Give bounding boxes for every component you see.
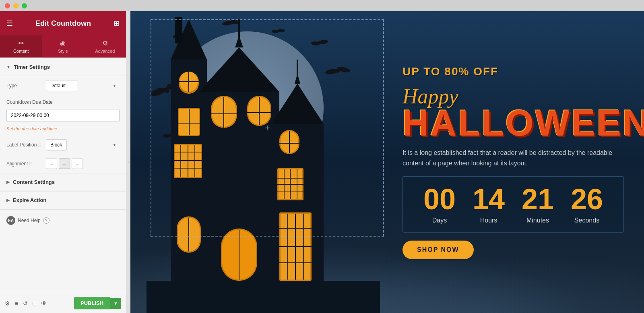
tabs: ✏ Content ◉ Style ⚙ Advanced: [0, 35, 126, 58]
shop-now-button[interactable]: SHOP NOW: [402, 241, 474, 259]
svg-point-8: [277, 30, 279, 32]
style-tab-label: Style: [58, 49, 68, 54]
ea-badge: EA: [6, 216, 15, 225]
date-hint: Set the due date and time: [0, 125, 126, 135]
content-settings-header[interactable]: ▶ Content Settings: [0, 173, 126, 191]
main-layout: ☰ Edit Countdown ⊞ ✏ Content ◉ Style ⚙ A…: [0, 11, 644, 313]
close-button[interactable]: [5, 3, 10, 8]
countdown-days: 00 Days: [415, 185, 464, 224]
svg-marker-32: [199, 47, 279, 92]
alignment-row: Alignment □ ≡ ≡ ≡: [0, 154, 126, 173]
svg-rect-90: [147, 281, 380, 313]
layers-icon[interactable]: ≡: [15, 300, 18, 307]
minutes-number: 21: [513, 185, 562, 214]
expire-action-section: ▶ Expire Action: [0, 192, 126, 210]
content-tab-label: Content: [13, 49, 29, 54]
body-text: It is a long established fact that a rea…: [402, 148, 624, 168]
sidebar-title: Edit Countdown: [35, 19, 91, 28]
type-field-row: Type Default Evergreen Fixed: [0, 76, 126, 95]
content-settings-label: Content Settings: [13, 179, 55, 185]
hours-label: Hours: [464, 217, 513, 224]
countdown-box: 00 Days 14 Hours 21 Minutes 26 Seconds: [402, 176, 624, 233]
grid-icon[interactable]: ⊞: [114, 19, 120, 28]
advanced-tab-icon: ⚙: [102, 39, 108, 47]
label-position-icon: □: [38, 142, 41, 147]
house-svg: [142, 11, 384, 313]
align-center-button[interactable]: ≡: [59, 159, 70, 169]
type-select[interactable]: Default Evergreen Fixed: [46, 80, 77, 91]
svg-rect-29: [175, 19, 182, 43]
bottom-bar: ⚙ ≡ ↺ □ 👁 PUBLISH ▼: [0, 293, 126, 313]
tab-style[interactable]: ◉ Style: [42, 35, 84, 58]
hours-number: 14: [464, 185, 513, 214]
label-position-select[interactable]: Block Inline: [46, 139, 67, 150]
tab-advanced[interactable]: ⚙ Advanced: [84, 35, 126, 58]
titlebar: [0, 0, 644, 11]
content-settings-arrow: ▶: [6, 180, 10, 184]
tab-content[interactable]: ✏ Content: [0, 35, 42, 58]
timer-settings-section: ▼ Timer Settings Type Default Evergreen …: [0, 58, 126, 173]
svg-point-5: [229, 21, 233, 25]
need-help[interactable]: EA Need Help ?: [0, 210, 126, 231]
need-help-label: Need Help: [18, 218, 41, 223]
countdown-minutes: 21 Minutes: [513, 185, 562, 224]
label-position-select-wrapper: Block Inline: [46, 139, 120, 150]
alignment-buttons: ≡ ≡ ≡: [46, 159, 83, 169]
preview-icon[interactable]: 👁: [41, 300, 47, 307]
hamburger-icon[interactable]: ☰: [6, 19, 13, 28]
svg-rect-30: [175, 17, 182, 21]
svg-point-17: [336, 69, 340, 73]
timer-settings-header[interactable]: ▼ Timer Settings: [0, 58, 126, 76]
align-right-button[interactable]: ≡: [72, 159, 83, 169]
sidebar: ☰ Edit Countdown ⊞ ✏ Content ◉ Style ⚙ A…: [0, 11, 126, 313]
history-icon[interactable]: ↺: [23, 300, 28, 307]
seconds-label: Seconds: [562, 217, 611, 224]
date-input[interactable]: [6, 109, 120, 122]
bottom-icons: ⚙ ≡ ↺ □ 👁: [5, 300, 47, 307]
maximize-button[interactable]: [22, 3, 27, 8]
sidebar-content: ▼ Timer Settings Type Default Evergreen …: [0, 58, 126, 293]
publish-button[interactable]: PUBLISH: [74, 297, 110, 309]
label-position-label: Label Position □: [6, 142, 43, 148]
publish-dropdown-button[interactable]: ▼: [110, 298, 121, 309]
right-content-panel: UP TO 80% OFF Happy HALLOWEEN It is a lo…: [382, 11, 644, 313]
type-select-wrapper: Default Evergreen Fixed: [46, 80, 120, 91]
expire-action-label: Expire Action: [13, 197, 46, 203]
date-field-wrapper: [0, 109, 126, 125]
alignment-icon: □: [29, 161, 32, 166]
due-date-label: Countdown Due Date: [6, 99, 53, 105]
due-date-field-row: Countdown Due Date: [0, 95, 126, 109]
publish-group: PUBLISH ▼: [74, 297, 121, 309]
countdown-hours: 14 Hours: [464, 185, 513, 224]
days-label: Days: [415, 217, 464, 224]
advanced-tab-label: Advanced: [95, 49, 115, 54]
expire-action-header[interactable]: ▶ Expire Action: [0, 192, 126, 209]
minimize-button[interactable]: [13, 3, 19, 8]
content-tab-icon: ✏: [19, 39, 24, 47]
expire-action-arrow: ▶: [6, 198, 10, 202]
halloween-title: Happy HALLOWEEN: [402, 86, 624, 140]
content-settings-section: ▶ Content Settings: [0, 173, 126, 192]
svg-marker-38: [295, 74, 300, 84]
preview-area: + UP TO 80% OFF Happy HALLOWEEN It is a …: [130, 11, 644, 313]
seconds-number: 26: [562, 185, 611, 214]
collapse-handle[interactable]: ‹: [126, 11, 130, 313]
countdown-seconds: 26 Seconds: [562, 185, 611, 224]
align-left-button[interactable]: ≡: [46, 159, 57, 169]
timer-settings-label: Timer Settings: [14, 64, 50, 70]
label-position-row: Label Position □ Block Inline: [0, 135, 126, 154]
sidebar-header: ☰ Edit Countdown ⊞: [0, 11, 126, 35]
style-tab-icon: ◉: [60, 39, 66, 47]
timer-settings-arrow: ▼: [6, 65, 10, 69]
responsive-icon[interactable]: □: [33, 300, 36, 307]
minutes-label: Minutes: [513, 217, 562, 224]
svg-point-14: [164, 87, 169, 93]
svg-marker-34: [235, 35, 243, 47]
help-question-icon[interactable]: ?: [43, 217, 50, 224]
svg-point-11: [318, 41, 321, 44]
settings-icon[interactable]: ⚙: [5, 300, 10, 307]
halloween-text: HALLOWEEN: [402, 107, 624, 140]
alignment-label: Alignment □: [6, 161, 43, 167]
promo-text: UP TO 80% OFF: [402, 65, 624, 78]
type-label: Type: [6, 83, 43, 89]
